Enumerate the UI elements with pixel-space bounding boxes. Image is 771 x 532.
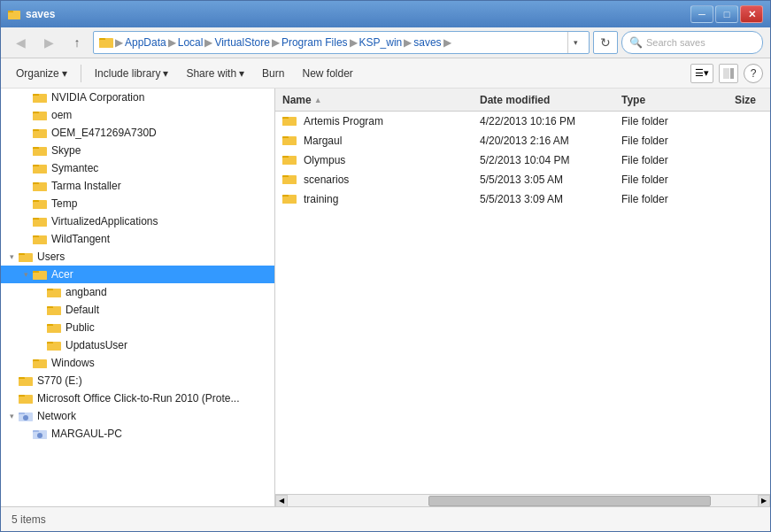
tree-item[interactable]: Microsoft Office Click-to-Run 2010 (Prot… [1, 389, 274, 407]
tree-item[interactable]: oem [1, 106, 274, 124]
tree-item[interactable]: Public [1, 319, 274, 336]
tree-scroll[interactable]: NVIDIA Corporation oem OEM_E471269A730D … [1, 89, 274, 506]
burn-label: Burn [262, 67, 284, 80]
scroll-left-button[interactable]: ◀ [275, 495, 288, 507]
expand-icon[interactable]: ▾ [19, 267, 33, 281]
expand-icon[interactable]: ▾ [4, 250, 19, 264]
file-row[interactable]: Margaul 4/20/2013 2:16 AM File folder [275, 131, 770, 150]
address-dropdown-button[interactable]: ▾ [567, 32, 583, 53]
tree-item[interactable]: ▾ Users [1, 248, 274, 266]
view-button[interactable]: ☰▾ [690, 64, 713, 83]
tree-item[interactable]: Default [1, 301, 274, 319]
file-row[interactable]: scenarios 5/5/2013 3:05 AM File folder [275, 170, 770, 189]
svg-rect-72 [282, 119, 297, 126]
close-button[interactable]: ✕ [740, 5, 763, 23]
search-placeholder: Search saves [646, 37, 705, 48]
svg-rect-13 [33, 113, 47, 120]
tree-item[interactable]: S770 (E:) [1, 372, 274, 389]
breadcrumb-appdata[interactable]: AppData [125, 36, 166, 49]
svg-point-65 [23, 415, 28, 420]
preview-pane-button[interactable] [719, 64, 738, 83]
folder-icon [47, 286, 63, 298]
tree-item[interactable]: OEM_E471269A730D [1, 124, 274, 142]
svg-rect-40 [33, 273, 47, 280]
file-list[interactable]: Artemis Program 4/22/2013 10:16 PM File … [275, 112, 770, 494]
folder-icon [19, 374, 35, 387]
svg-rect-28 [33, 202, 47, 209]
help-button[interactable]: ? [744, 64, 763, 83]
burn-button[interactable]: Burn [254, 62, 292, 85]
col-name-header[interactable]: Name ▲ [282, 94, 480, 106]
tree-item[interactable]: Tarma Installer [1, 177, 274, 195]
svg-rect-55 [33, 361, 47, 368]
tree-item[interactable]: MARGAUL-PC [1, 425, 274, 443]
svg-rect-49 [47, 326, 61, 333]
folder-icon [19, 392, 35, 405]
back-button[interactable]: ◀ [8, 31, 33, 54]
refresh-button[interactable]: ↻ [593, 31, 618, 54]
svg-rect-5 [99, 40, 113, 48]
svg-rect-78 [282, 158, 297, 165]
horizontal-scrollbar[interactable]: ◀ ▶ [275, 494, 770, 506]
tree-item[interactable]: Windows [1, 354, 274, 372]
file-row[interactable]: Olympus 5/2/2013 10:04 PM File folder [275, 150, 770, 170]
maximize-button[interactable]: □ [715, 5, 738, 23]
tree-item-label: WildTangent [51, 233, 110, 245]
col-type-header[interactable]: Type [621, 94, 710, 106]
tree-item[interactable]: VirtualizedApplications [1, 212, 274, 230]
folder-icon [47, 304, 63, 316]
svg-rect-52 [47, 343, 61, 351]
file-row[interactable]: Artemis Program 4/22/2013 10:16 PM File … [275, 112, 770, 131]
breadcrumb-virtualstore[interactable]: VirtualStore [214, 36, 269, 49]
tree-item[interactable]: ▾ Network [1, 407, 274, 425]
folder-icon-title [8, 8, 20, 20]
file-date: 5/5/2013 3:05 AM [480, 173, 621, 186]
new-folder-button[interactable]: New folder [294, 62, 360, 85]
tree-item-label: Temp [51, 197, 77, 210]
organize-button[interactable]: Organize ▾ [8, 62, 75, 85]
file-type: File folder [621, 154, 710, 166]
file-type: File folder [621, 193, 710, 205]
tree-item[interactable]: Skype [1, 142, 274, 159]
scroll-track[interactable] [288, 495, 758, 507]
scroll-right-button[interactable]: ▶ [758, 495, 770, 507]
share-with-button[interactable]: Share with ▾ [178, 62, 252, 85]
breadcrumb-saves[interactable]: saves [413, 36, 441, 49]
preview-icon [723, 68, 734, 79]
folder-icon [33, 233, 49, 245]
tree-item[interactable]: WildTangent [1, 230, 274, 248]
command-bar: Organize ▾ Include library ▾ Share with … [1, 58, 770, 89]
tree-item[interactable]: Symantec [1, 159, 274, 177]
file-row[interactable]: training 5/5/2013 3:09 AM File folder [275, 189, 770, 209]
breadcrumb-programfiles[interactable]: Program Files [281, 36, 348, 49]
minimize-button[interactable]: ─ [690, 5, 713, 23]
col-size-header[interactable]: Size [710, 94, 763, 106]
tree-item[interactable]: UpdatusUser [1, 336, 274, 354]
share-with-dropdown-icon: ▾ [239, 67, 244, 80]
tree-item-label: UpdatusUser [66, 339, 127, 351]
address-bar[interactable]: ▶ AppData ▶ Local ▶ VirtualStore ▶ Progr… [93, 31, 590, 54]
tree-item[interactable]: ▾ Acer [1, 266, 274, 283]
include-library-button[interactable]: Include library ▾ [87, 62, 177, 85]
include-library-dropdown-icon: ▾ [163, 67, 168, 80]
expand-icon[interactable]: ▾ [4, 409, 19, 423]
tree-item-label: NVIDIA Corporation [51, 91, 144, 104]
tree-item[interactable]: NVIDIA Corporation [1, 89, 274, 106]
title-bar-text: saves [8, 8, 55, 20]
title-controls: ─ □ ✕ [690, 5, 763, 23]
breadcrumb-kspwin[interactable]: KSP_win [359, 36, 403, 49]
forward-button[interactable]: ▶ [36, 31, 61, 54]
search-box[interactable]: 🔍 Search saves [621, 31, 763, 54]
file-table-header: Name ▲ Date modified Type Size [275, 89, 770, 112]
tree-item[interactable]: Temp [1, 195, 274, 212]
breadcrumb-local[interactable]: Local [178, 36, 204, 49]
file-type: File folder [621, 173, 710, 186]
col-date-header[interactable]: Date modified [480, 94, 621, 106]
up-button[interactable]: ↑ [65, 31, 89, 54]
folder-icon [47, 321, 63, 334]
tree-item[interactable]: angband [1, 283, 274, 301]
svg-rect-6 [723, 68, 729, 79]
organize-label: Organize [16, 67, 59, 80]
folder-icon [19, 251, 35, 263]
scroll-thumb[interactable] [428, 496, 711, 506]
